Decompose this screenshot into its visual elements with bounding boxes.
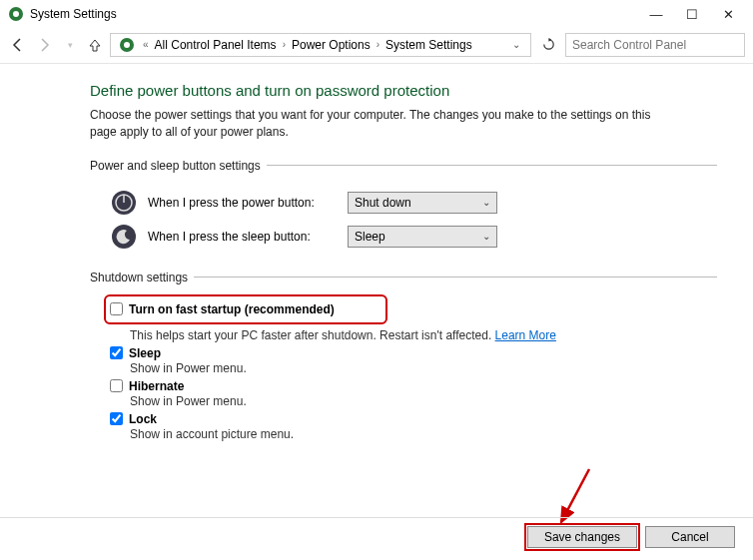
breadcrumb-dropdown-icon[interactable]: ⌄ [508, 39, 524, 50]
lock-text: Lock [129, 412, 157, 426]
cancel-button[interactable]: Cancel [645, 526, 735, 548]
select-value: Shut down [355, 196, 411, 210]
chevron-down-icon: ⌄ [482, 197, 490, 208]
sleep-label[interactable]: Sleep [110, 346, 717, 360]
select-value: Sleep [355, 230, 385, 244]
sleep-icon [110, 223, 138, 251]
svg-point-1 [13, 11, 19, 17]
page-heading: Define power buttons and turn on passwor… [90, 82, 717, 99]
fast-startup-checkbox[interactable] [110, 302, 123, 315]
nav-bar: ▾ « All Control Panel Items › Power Opti… [0, 28, 753, 64]
hibernate-desc: Show in Power menu. [130, 394, 717, 408]
up-button[interactable] [86, 36, 104, 54]
learn-more-link[interactable]: Learn More [495, 328, 556, 342]
fast-startup-text: Turn on fast startup (recommended) [129, 302, 335, 316]
sleep-checkbox[interactable] [110, 346, 123, 359]
breadcrumb[interactable]: « All Control Panel Items › Power Option… [110, 33, 531, 57]
chevron-right-icon: › [375, 39, 381, 50]
chevron-right-icon: › [281, 39, 288, 50]
forward-button[interactable] [34, 35, 54, 55]
history-dropdown-icon[interactable]: ▾ [60, 35, 80, 55]
section-legend: Power and sleep button settings [90, 159, 267, 173]
hibernate-item: Hibernate Show in Power menu. [110, 379, 717, 408]
lock-item: Lock Show in account picture menu. [110, 412, 717, 441]
window-title: System Settings [30, 7, 639, 21]
save-button[interactable]: Save changes [527, 526, 637, 548]
title-bar: System Settings — ☐ ✕ [0, 0, 753, 28]
fast-startup-desc-row: This helps start your PC faster after sh… [110, 328, 717, 342]
breadcrumb-item[interactable]: All Control Panel Items [155, 38, 277, 52]
power-button-label: When I press the power button: [148, 196, 338, 210]
minimize-button[interactable]: — [639, 4, 673, 24]
sleep-button-select[interactable]: Sleep ⌄ [348, 226, 497, 248]
chevron-down-icon: ⌄ [482, 231, 490, 242]
sleep-item: Sleep Show in Power menu. [110, 346, 717, 375]
power-icon [110, 189, 138, 217]
fast-startup-desc: This helps start your PC faster after sh… [130, 328, 717, 342]
shutdown-section: Shutdown settings Turn on fast startup (… [90, 271, 717, 451]
chevron-icon: « [141, 39, 151, 50]
power-button-section: Power and sleep button settings When I p… [90, 159, 717, 263]
sleep-button-row: When I press the sleep button: Sleep ⌄ [110, 223, 717, 251]
breadcrumb-item[interactable]: Power Options [292, 38, 371, 52]
panel-icon [119, 37, 135, 53]
svg-line-8 [561, 469, 589, 522]
power-button-select[interactable]: Shut down ⌄ [348, 192, 497, 214]
sleep-desc: Show in Power menu. [130, 361, 717, 375]
app-icon [8, 6, 24, 22]
maximize-button[interactable]: ☐ [675, 4, 709, 24]
fast-startup-item: Turn on fast startup (recommended) [110, 302, 381, 316]
desc-text: This helps start your PC faster after sh… [130, 328, 495, 342]
breadcrumb-item[interactable]: System Settings [385, 38, 472, 52]
lock-checkbox[interactable] [110, 412, 123, 425]
window-controls: — ☐ ✕ [639, 4, 745, 24]
hibernate-label[interactable]: Hibernate [110, 379, 717, 393]
power-button-row: When I press the power button: Shut down… [110, 189, 717, 217]
refresh-button[interactable] [537, 34, 559, 56]
close-button[interactable]: ✕ [711, 4, 745, 24]
footer: Save changes Cancel [0, 517, 753, 556]
fast-startup-label[interactable]: Turn on fast startup (recommended) [110, 302, 381, 316]
content-area: Define power buttons and turn on passwor… [0, 64, 753, 469]
section-legend: Shutdown settings [90, 271, 194, 284]
lock-label[interactable]: Lock [110, 412, 717, 426]
sleep-text: Sleep [129, 346, 161, 360]
highlight-fast-startup: Turn on fast startup (recommended) [104, 294, 387, 324]
page-subtext: Choose the power settings that you want … [90, 107, 669, 141]
hibernate-text: Hibernate [129, 379, 184, 393]
back-button[interactable] [8, 35, 28, 55]
search-input[interactable] [565, 33, 745, 57]
hibernate-checkbox[interactable] [110, 379, 123, 392]
sleep-button-label: When I press the sleep button: [148, 230, 338, 244]
svg-point-3 [124, 42, 130, 48]
lock-desc: Show in account picture menu. [130, 427, 717, 441]
